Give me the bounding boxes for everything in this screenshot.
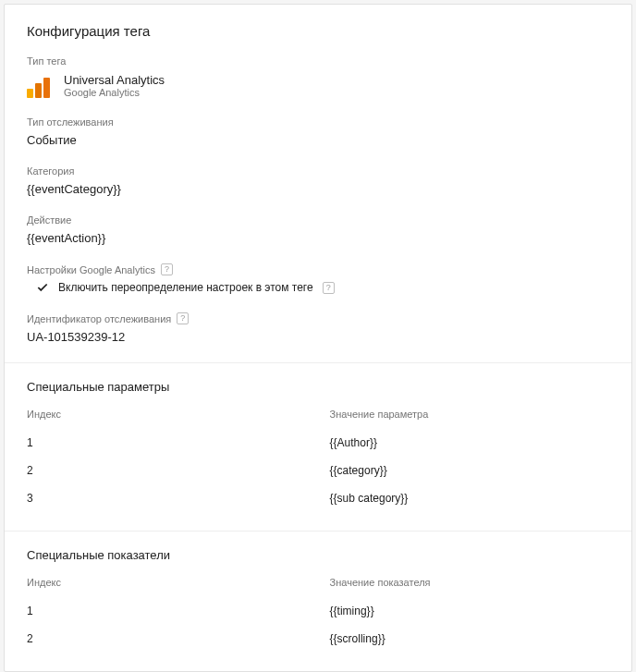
google-analytics-icon	[27, 72, 53, 98]
category-value: {{eventCategory}}	[27, 182, 609, 196]
table-row: 2 {{scrolling}}	[27, 625, 609, 653]
table-row: 3 {{sub category}}	[27, 484, 609, 512]
tag-configuration-card: Конфигурация тега Тип тега Universal Ana…	[4, 4, 632, 672]
ga-settings-label: Настройки Google Analytics	[27, 264, 155, 275]
dim-value-header: Значение параметра	[330, 409, 609, 420]
override-settings-row: Включить переопределение настроек в этом…	[27, 281, 609, 294]
action-label: Действие	[27, 214, 609, 226]
metric-value-header: Значение показателя	[330, 577, 609, 588]
tag-type-label: Тип тега	[27, 55, 609, 67]
help-icon[interactable]: ?	[323, 282, 335, 294]
custom-dimensions-table: Индекс Значение параметра 1 {{Author}} 2…	[27, 409, 609, 512]
tag-type-row[interactable]: Universal Analytics Google Analytics	[27, 72, 609, 98]
tag-type-name: Universal Analytics	[64, 73, 165, 87]
action-value: {{eventAction}}	[27, 231, 609, 245]
divider	[5, 362, 631, 363]
tracking-type-label: Тип отслеживания	[27, 116, 609, 128]
tag-config-title: Конфигурация тега	[27, 23, 609, 39]
override-label: Включить переопределение настроек в этом…	[58, 281, 313, 294]
tracking-id-label: Идентификатор отслеживания	[27, 313, 171, 324]
metric-index-header: Индекс	[27, 577, 330, 588]
category-label: Категория	[27, 165, 609, 177]
dim-index-header: Индекс	[27, 409, 330, 420]
table-row: 2 {{category}}	[27, 457, 609, 484]
tracking-id-value: UA-101539239-12	[27, 330, 609, 344]
check-icon	[36, 281, 49, 294]
table-row: 1 {{timing}}	[27, 597, 609, 625]
custom-dimensions-title: Специальные параметры	[27, 380, 609, 394]
divider	[5, 531, 631, 531]
custom-metrics-table: Индекс Значение показателя 1 {{timing}} …	[27, 577, 609, 653]
tracking-type-value: Событие	[27, 133, 609, 147]
help-icon[interactable]: ?	[177, 312, 189, 324]
custom-metrics-title: Специальные показатели	[27, 548, 609, 562]
table-row: 1 {{Author}}	[27, 429, 609, 457]
help-icon[interactable]: ?	[161, 263, 173, 275]
tag-type-vendor: Google Analytics	[64, 87, 165, 98]
